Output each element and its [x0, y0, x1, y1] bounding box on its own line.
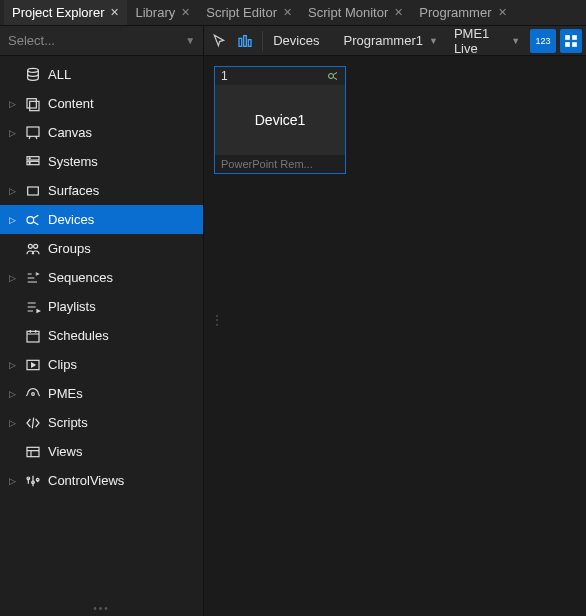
select-dropdown[interactable]: Select... ▼: [0, 26, 203, 56]
expand-icon[interactable]: ▷: [6, 98, 18, 110]
svg-rect-2: [30, 101, 39, 110]
numbers-toggle[interactable]: 123: [530, 29, 556, 53]
expand-icon: [6, 301, 18, 313]
svg-rect-24: [565, 42, 570, 47]
breadcrumb: Devices: [269, 33, 329, 48]
tab-project-explorer[interactable]: Project Explorer✕: [4, 0, 127, 25]
grid-view-toggle[interactable]: [560, 29, 582, 53]
systems-icon: [24, 153, 42, 171]
canvas-icon: [24, 124, 42, 142]
close-icon[interactable]: ✕: [394, 6, 403, 19]
tile-header: 1: [215, 67, 345, 85]
tab-label: Library: [135, 5, 175, 20]
sidebar-item-systems[interactable]: Systems: [0, 147, 203, 176]
svg-point-14: [32, 392, 35, 395]
close-icon[interactable]: ✕: [498, 6, 507, 19]
sidebar-item-playlists[interactable]: Playlists: [0, 292, 203, 321]
sidebar-item-clips[interactable]: ▷Clips: [0, 350, 203, 379]
expand-icon[interactable]: ▷: [6, 127, 18, 139]
tab-strip: Project Explorer✕Library✕Script Editor✕S…: [0, 0, 586, 26]
svg-rect-25: [572, 42, 577, 47]
pointer-tool[interactable]: [208, 29, 230, 53]
close-icon[interactable]: ✕: [110, 6, 119, 19]
svg-rect-12: [27, 331, 39, 342]
expand-icon[interactable]: ▷: [6, 272, 18, 284]
pme-dropdown[interactable]: PME1 Live ▼: [448, 29, 526, 53]
sidebar-item-label: Schedules: [48, 328, 203, 343]
pme-label: PME1 Live: [454, 26, 505, 56]
expand-icon[interactable]: ▷: [6, 475, 18, 487]
svg-point-16: [27, 477, 30, 480]
controlviews-icon: [24, 472, 42, 490]
playlists-icon: [24, 298, 42, 316]
sidebar-item-pmes[interactable]: ▷PMEs: [0, 379, 203, 408]
close-icon[interactable]: ✕: [283, 6, 292, 19]
clips-icon: [24, 356, 42, 374]
tab-programmer[interactable]: Programmer✕: [411, 0, 514, 25]
sidebar-item-label: Sequences: [48, 270, 203, 285]
sidebar-item-content[interactable]: ▷Content: [0, 89, 203, 118]
groups-icon: [24, 240, 42, 258]
sidebar-item-label: PMEs: [48, 386, 203, 401]
expand-icon: [6, 156, 18, 168]
align-tool[interactable]: [234, 29, 256, 53]
tab-label: Programmer: [419, 5, 491, 20]
sidebar-item-canvas[interactable]: ▷Canvas: [0, 118, 203, 147]
db-icon: [24, 66, 42, 84]
sidebar-item-schedules[interactable]: Schedules: [0, 321, 203, 350]
chevron-down-icon: ▼: [185, 35, 195, 46]
sidebar-item-sequences[interactable]: ▷Sequences: [0, 263, 203, 292]
sidebar-item-all[interactable]: ALL: [0, 60, 203, 89]
svg-point-9: [27, 216, 34, 223]
tab-script-monitor[interactable]: Script Monitor✕: [300, 0, 411, 25]
expand-icon: [6, 446, 18, 458]
scripts-icon: [24, 414, 42, 432]
sidebar-item-label: Content: [48, 96, 203, 111]
device-tile[interactable]: 1Device1PowerPoint Rem...: [214, 66, 346, 174]
resize-handle-bottom[interactable]: •••: [93, 603, 110, 614]
sidebar-item-label: Surfaces: [48, 183, 203, 198]
sidebar-item-label: Devices: [48, 212, 203, 227]
sidebar-item-scripts[interactable]: ▷Scripts: [0, 408, 203, 437]
pmes-icon: [24, 385, 42, 403]
sidebar-item-views[interactable]: Views: [0, 437, 203, 466]
svg-rect-21: [249, 39, 252, 46]
tab-label: Script Monitor: [308, 5, 388, 20]
svg-point-6: [29, 157, 30, 158]
svg-point-0: [28, 68, 39, 72]
sidebar-item-label: Clips: [48, 357, 203, 372]
expand-icon[interactable]: ▷: [6, 185, 18, 197]
sidebar-item-label: ALL: [48, 67, 203, 82]
chevron-down-icon: ▼: [429, 36, 438, 46]
numbers-label: 123: [536, 36, 551, 46]
tree: ALL▷Content▷CanvasSystems▷Surfaces▷Devic…: [0, 56, 203, 616]
programmer-label: Programmer1: [343, 33, 422, 48]
expand-icon[interactable]: ▷: [6, 359, 18, 371]
svg-rect-22: [565, 35, 570, 40]
close-icon[interactable]: ✕: [181, 6, 190, 19]
svg-rect-19: [239, 38, 242, 46]
tab-script-editor[interactable]: Script Editor✕: [198, 0, 300, 25]
canvas-area[interactable]: 1Device1PowerPoint Rem...: [204, 56, 586, 616]
expand-icon[interactable]: ▷: [6, 214, 18, 226]
content-icon: [24, 95, 42, 113]
sidebar-item-label: Views: [48, 444, 203, 459]
expand-icon[interactable]: ▷: [6, 388, 18, 400]
sidebar-item-controlviews[interactable]: ▷ControlViews: [0, 466, 203, 495]
surfaces-icon: [24, 182, 42, 200]
sidebar-item-devices[interactable]: ▷Devices: [0, 205, 203, 234]
tab-label: Script Editor: [206, 5, 277, 20]
sidebar-item-surfaces[interactable]: ▷Surfaces: [0, 176, 203, 205]
programmer-dropdown[interactable]: Programmer1 ▼: [337, 29, 443, 53]
sidebar-item-label: Systems: [48, 154, 203, 169]
toolbar: Devices Programmer1 ▼ PME1 Live ▼ 123: [204, 26, 586, 56]
expand-icon: [6, 243, 18, 255]
tab-library[interactable]: Library✕: [127, 0, 198, 25]
svg-rect-15: [27, 447, 39, 456]
sidebar-item-groups[interactable]: Groups: [0, 234, 203, 263]
sidebar-item-label: Canvas: [48, 125, 203, 140]
expand-icon[interactable]: ▷: [6, 417, 18, 429]
content-panel: Devices Programmer1 ▼ PME1 Live ▼ 123 1D…: [204, 26, 586, 616]
tile-index: 1: [221, 69, 228, 83]
select-placeholder: Select...: [8, 33, 55, 48]
